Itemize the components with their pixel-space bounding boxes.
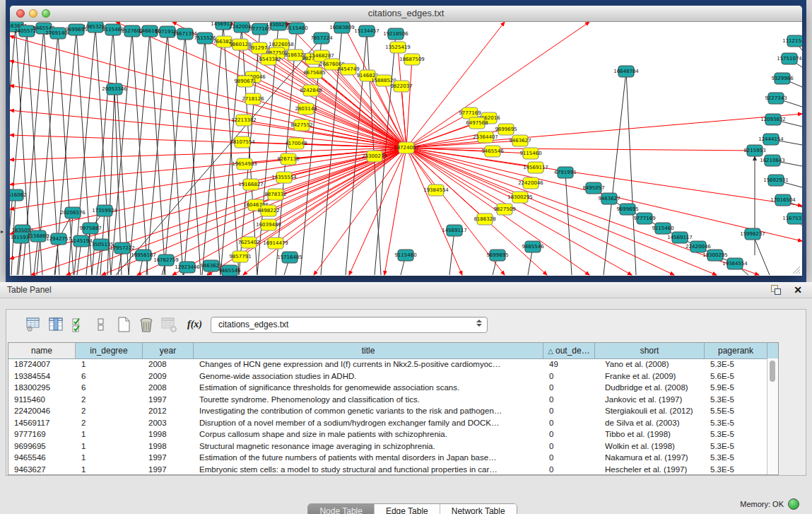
float-panel-icon[interactable] [771, 285, 781, 295]
memory-status-indicator[interactable] [788, 498, 799, 510]
cell-pagerank: 5.3E-5 [705, 419, 767, 427]
cell-out_de: 0 [543, 430, 595, 438]
cell-pagerank: 5.6E-5 [705, 372, 767, 380]
citation-network-graph[interactable]: 9463627240557249465546276914069699695108… [10, 22, 802, 276]
cell-in_degree: 2 [76, 419, 143, 427]
graph-node-label: 9115460 [652, 226, 673, 231]
graph-node-label: 8498222 [257, 208, 279, 214]
cell-out_de: 0 [543, 395, 595, 404]
table-body: 1872400712008Changes of HCN gene express… [8, 358, 767, 474]
graph-node-label: 17957222 [110, 245, 135, 251]
table-panel-body: ⚙f(x)citations_edges.txt namein_degreeye… [6, 309, 806, 476]
table-row[interactable]: 1872400712008Changes of HCN gene express… [8, 358, 767, 370]
unselect-all-icon[interactable] [93, 316, 110, 333]
graph-node-label: 8495057 [582, 185, 604, 191]
table-panel: Table Panel ✕ ⚙f(x)citations_edges.txt n… [0, 282, 812, 514]
column-header-title[interactable]: title [194, 343, 543, 358]
cell-title: Corpus callosum shape and size in male p… [194, 430, 543, 438]
graph-node-label: 7625402 [237, 240, 259, 245]
table-row[interactable]: 1938455462009Genome-wide association stu… [8, 370, 767, 382]
table-settings-icon[interactable]: ⚙ [25, 316, 42, 333]
node-table: namein_degreeyeartitle△out_de…shortpager… [8, 342, 779, 475]
table-row[interactable]: 946362711997Embryonic stem cells: a mode… [8, 464, 767, 475]
graph-edge [306, 109, 406, 148]
memory-status-label: Memory: OK [740, 500, 784, 508]
column-header-year[interactable]: year [143, 343, 194, 358]
cell-short: Franke et al. (2009) [595, 372, 705, 380]
new-column-icon[interactable] [115, 316, 132, 333]
cell-year: 2008 [143, 360, 194, 368]
graph-node-label: 15692931 [763, 177, 789, 183]
graph-edge [31, 148, 406, 275]
sort-ascending-icon: △ [548, 347, 553, 355]
table-scrollbar[interactable] [767, 358, 778, 474]
show-columns-icon[interactable] [47, 316, 64, 333]
graph-node-label: 8186328 [473, 216, 495, 222]
graph-edge [113, 30, 129, 275]
graph-node-label: 9699695 [495, 127, 517, 132]
cell-in_degree: 1 [76, 453, 143, 462]
resize-grip-icon[interactable] [791, 264, 801, 274]
table-row[interactable]: 977716911998Corpus callosum shape and si… [8, 428, 767, 440]
cell-name: 9115460 [8, 395, 76, 404]
right-panel-strip [806, 0, 812, 283]
column-header-out_de[interactable]: △out_de… [543, 343, 595, 358]
graph-edge [406, 22, 505, 148]
table-row[interactable]: 946554611997Estimation of the future num… [8, 452, 767, 464]
delete-column-icon[interactable] [138, 316, 155, 333]
graph-node-label: 16958167 [131, 252, 156, 258]
cell-title: Embryonic stem cells: a model to study s… [194, 465, 543, 474]
graph-node-label: 14569117 [442, 228, 467, 233]
table-row[interactable]: 969969511998Structural magnetic resonanc… [8, 440, 767, 452]
cell-out_de: 0 [543, 442, 595, 450]
cell-pagerank: 5.3E-5 [705, 442, 767, 450]
table-row[interactable]: 2242004622012Investigating the contribut… [8, 405, 767, 417]
column-header-name[interactable]: name [8, 343, 76, 358]
column-header-pagerank[interactable]: pagerank [705, 343, 767, 358]
graph-edge [10, 86, 406, 148]
graph-node-label: 14569117 [523, 165, 548, 170]
graph-node-label: 15134457 [354, 28, 379, 34]
column-header-short[interactable]: short [595, 343, 705, 358]
cell-short: Wolkin et al. (1998) [595, 442, 705, 450]
graph-node-label: 9465546 [218, 268, 241, 274]
table-scrollbar-thumb[interactable] [770, 361, 775, 382]
cell-short: Yano et al. (2008) [595, 360, 705, 368]
graph-edge [626, 71, 636, 275]
graph-node-label: 9777169 [633, 216, 655, 221]
graph-node-label: 9857791 [229, 254, 251, 259]
network-window-titlebar[interactable]: citations_edges.txt [10, 6, 802, 22]
cell-in_degree: 6 [76, 383, 143, 392]
table-row[interactable]: 911546021997Tourette syndrome. Phenomeno… [8, 394, 767, 406]
cell-year: 1998 [143, 430, 194, 438]
graph-node-label: 18300295 [702, 252, 728, 258]
graph-edge [10, 36, 406, 148]
graph-node-label: 17016504 [770, 197, 796, 203]
cell-short: Nakamura et al. (1997) [595, 453, 705, 462]
cell-name: 19384554 [8, 372, 76, 380]
graph-node-label: 9463627 [509, 138, 531, 144]
table-selector-dropdown[interactable]: citations_edges.txt [211, 317, 488, 333]
graph-node-label: 16648784 [613, 69, 639, 74]
cell-year: 2009 [143, 372, 194, 380]
delete-table-icon[interactable] [160, 316, 177, 333]
dropdown-arrows-icon [476, 320, 482, 327]
cell-short: Jankovic et al. (1997) [595, 395, 705, 404]
column-header-in_degree[interactable]: in_degree [76, 343, 143, 358]
graph-edge [406, 113, 470, 148]
function-builder-icon[interactable]: f(x) [187, 319, 202, 330]
graph-node-label: 13525419 [385, 45, 411, 50]
table-row[interactable]: 1830029562008Estimation of significance … [8, 382, 767, 394]
network-canvas[interactable]: 9463627240557249465546276914069699695108… [10, 22, 802, 276]
close-panel-icon[interactable]: ✕ [794, 284, 802, 296]
left-panel-expand-arrow[interactable]: ▸ [1, 229, 4, 235]
cell-out_de: 49 [543, 360, 595, 368]
cell-title: Tourette syndrome. Phenomenology and cla… [194, 395, 543, 404]
table-row[interactable]: 1456911722003Disruption of a novel membe… [8, 417, 767, 429]
graph-node-label: 25300275 [362, 153, 387, 159]
cell-year: 1998 [143, 442, 194, 450]
graph-node-label: 16083809 [329, 25, 355, 30]
cell-short: de Silva et al. (2003) [595, 419, 705, 427]
select-all-icon[interactable] [70, 316, 87, 333]
cell-title: Structural magnetic resonance image aver… [194, 442, 543, 450]
